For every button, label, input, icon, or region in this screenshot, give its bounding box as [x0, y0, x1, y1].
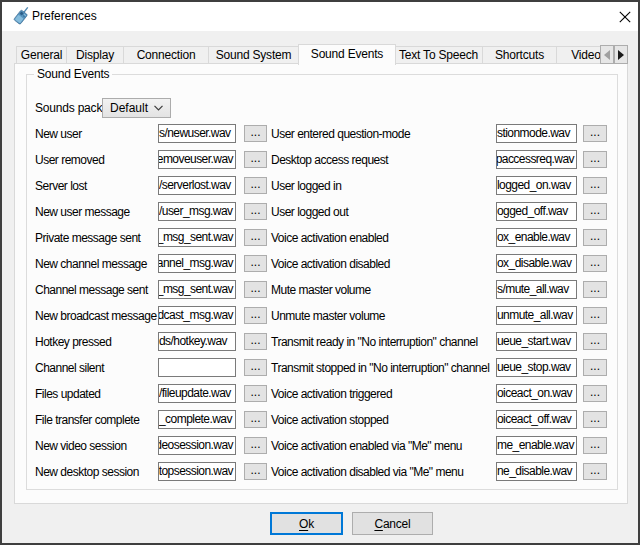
close-icon	[619, 11, 631, 23]
sound-event-row: Unmute master volume unmute_all.wav ...	[2, 306, 638, 326]
close-button[interactable]	[612, 2, 638, 31]
sound-event-row: User logged out ogged_off.wav ...	[2, 202, 638, 222]
sound-event-row: Voice activation enabled ox_enable.wav .…	[2, 228, 638, 248]
sounds-pack-value: Default	[110, 99, 148, 117]
sound-event-label: Unmute master volume	[271, 307, 385, 326]
browse-button[interactable]: ...	[583, 203, 607, 220]
sound-file-input[interactable]: stionmode.wav	[496, 124, 577, 143]
browse-button[interactable]: ...	[583, 229, 607, 246]
tab-scroll-left-button[interactable]	[600, 45, 614, 64]
sound-event-row: Desktop access request paccessreq.wav ..…	[2, 150, 638, 170]
browse-button[interactable]: ...	[583, 125, 607, 142]
preferences-window: Preferences GeneralDisplayConnectionSoun…	[0, 0, 640, 545]
sound-event-label: Voice activation disabled	[271, 255, 390, 274]
window-title: Preferences	[32, 2, 97, 31]
sound-event-label: User logged in	[271, 177, 341, 196]
sound-event-label: Voice activation triggered	[271, 385, 392, 404]
sound-event-row: Mute master volume s/mute_all.wav ...	[2, 280, 638, 300]
browse-button[interactable]: ...	[583, 385, 607, 402]
sound-file-input[interactable]: ne_disable.wav	[496, 462, 577, 481]
groupbox-title: Sound Events	[34, 67, 112, 82]
browse-button[interactable]: ...	[583, 359, 607, 376]
tab-general[interactable]: General	[16, 46, 67, 63]
sound-event-row: Transmit stopped in "No interruption" ch…	[2, 358, 638, 378]
sound-event-label: Voice activation stopped	[271, 411, 388, 430]
sound-file-input[interactable]: unmute_all.wav	[496, 306, 577, 325]
sound-event-row: User entered question-mode stionmode.wav…	[2, 124, 638, 144]
browse-button[interactable]: ...	[583, 333, 607, 350]
browse-button[interactable]: ...	[583, 411, 607, 428]
tab-bar: GeneralDisplayConnectionSound SystemSoun…	[2, 31, 600, 65]
browse-button[interactable]: ...	[583, 255, 607, 272]
sound-event-row: Voice activation disabled via "Me" menu …	[2, 462, 638, 482]
tab-sound-system[interactable]: Sound System	[208, 46, 299, 63]
sounds-pack-select[interactable]: Default	[102, 98, 171, 118]
sound-file-input[interactable]: ueue_stop.wav	[496, 358, 577, 377]
tab-text-to-speech[interactable]: Text To Speech	[394, 46, 483, 63]
sounds-pack-label: Sounds pack	[35, 98, 102, 118]
browse-button[interactable]: ...	[583, 281, 607, 298]
sound-file-input[interactable]: ox_disable.wav	[496, 254, 577, 273]
sound-file-input[interactable]: logged_on.wav	[496, 176, 577, 195]
sound-event-row: Voice activation enabled via "Me" menu m…	[2, 436, 638, 456]
cancel-button[interactable]: Cancel	[352, 512, 433, 535]
sound-event-row: Transmit ready in "No interruption" chan…	[2, 332, 638, 352]
sound-file-input[interactable]: me_enable.wav	[496, 436, 577, 455]
arrow-left-icon	[603, 50, 611, 60]
sound-event-row: Voice activation disabled ox_disable.wav…	[2, 254, 638, 274]
sound-event-label: Desktop access request	[271, 151, 388, 170]
tab-video[interactable]: Video	[556, 46, 600, 63]
titlebar: Preferences	[2, 2, 638, 31]
sound-event-row: Voice activation triggered oiceact_on.wa…	[2, 384, 638, 404]
sound-file-input[interactable]: ox_enable.wav	[496, 228, 577, 247]
ok-button[interactable]: Ok	[270, 512, 343, 535]
sound-event-label: Transmit ready in "No interruption" chan…	[271, 333, 478, 352]
sound-event-label: Voice activation disabled via "Me" menu	[271, 463, 463, 482]
sound-event-row: User logged in logged_on.wav ...	[2, 176, 638, 196]
sound-file-input[interactable]: oiceact_off.wav	[496, 410, 577, 429]
tab-sound-events[interactable]: Sound Events	[298, 44, 396, 65]
sound-event-label: Mute master volume	[271, 281, 371, 300]
browse-button[interactable]: ...	[583, 463, 607, 480]
tab-shortcuts[interactable]: Shortcuts	[482, 46, 557, 63]
arrow-right-icon	[617, 50, 625, 60]
app-icon	[12, 7, 29, 26]
chevron-down-icon	[154, 105, 163, 111]
browse-button[interactable]: ...	[583, 177, 607, 194]
sound-file-input[interactable]: ueue_start.wav	[496, 332, 577, 351]
tab-connection[interactable]: Connection	[123, 46, 209, 63]
sound-event-label: Voice activation enabled via "Me" menu	[271, 437, 462, 456]
sound-event-label: Voice activation enabled	[271, 229, 388, 248]
tab-display[interactable]: Display	[66, 46, 124, 63]
sound-file-input[interactable]: ogged_off.wav	[496, 202, 577, 221]
sound-event-label: Transmit stopped in "No interruption" ch…	[271, 359, 489, 378]
sound-file-input[interactable]: paccessreq.wav	[496, 150, 577, 169]
browse-button[interactable]: ...	[583, 307, 607, 324]
sound-file-input[interactable]: s/mute_all.wav	[496, 280, 577, 299]
sound-file-input[interactable]: oiceact_on.wav	[496, 384, 577, 403]
browse-button[interactable]: ...	[583, 437, 607, 454]
sound-event-label: User logged out	[271, 203, 348, 222]
sound-event-row: Voice activation stopped oiceact_off.wav…	[2, 410, 638, 430]
browse-button[interactable]: ...	[583, 151, 607, 168]
tab-scroll-right-button[interactable]	[614, 45, 628, 64]
sound-event-label: User entered question-mode	[271, 125, 410, 144]
